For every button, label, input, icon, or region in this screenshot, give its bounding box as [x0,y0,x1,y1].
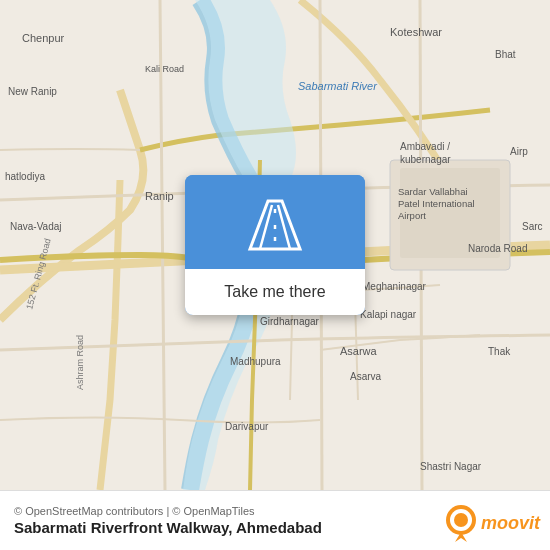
svg-text:New Ranip: New Ranip [8,86,57,97]
svg-text:Kali Road: Kali Road [145,64,184,74]
svg-line-38 [278,205,290,249]
svg-line-37 [260,205,272,249]
svg-text:Airp: Airp [510,146,528,157]
navigation-card: Take me there [185,175,365,315]
road-icon [240,197,310,253]
svg-text:Koteshwar: Koteshwar [390,26,442,38]
svg-text:Darivapur: Darivapur [225,421,269,432]
svg-text:Asarva: Asarva [350,371,382,382]
svg-text:Naroda Road: Naroda Road [468,243,527,254]
svg-text:Chenpur: Chenpur [22,32,65,44]
svg-text:Meghaninagar: Meghaninagar [362,281,427,292]
svg-text:Madhupura: Madhupura [230,356,281,367]
moovit-logo: moovit [445,504,540,542]
svg-text:kubernagar: kubernagar [400,154,451,165]
svg-text:Nava-Vadaj: Nava-Vadaj [10,221,62,232]
svg-text:Ashram Road: Ashram Road [75,335,85,390]
map-container: Chenpur Koteshwar New Ranip Kali Road Sa… [0,0,550,490]
svg-text:Patel International: Patel International [398,198,475,209]
svg-text:Sarc: Sarc [522,221,543,232]
svg-text:Sardar Vallabhai: Sardar Vallabhai [398,186,468,197]
svg-text:Girdharnagar: Girdharnagar [260,316,320,327]
card-icon-area [185,175,365,269]
svg-text:Thak: Thak [488,346,511,357]
svg-point-41 [454,513,468,527]
moovit-pin-icon [445,504,477,542]
svg-text:Ranip: Ranip [145,190,174,202]
svg-text:Sabarmati River: Sabarmati River [298,80,378,92]
take-me-there-button[interactable]: Take me there [185,269,365,315]
svg-text:Shastri Nagar: Shastri Nagar [420,461,482,472]
svg-text:Airport: Airport [398,210,426,221]
svg-text:Asarwa: Asarwa [340,345,378,357]
bottom-bar: © OpenStreetMap contributors | © OpenMap… [0,490,550,550]
svg-text:hatlodiya: hatlodiya [5,171,45,182]
moovit-wordmark: moovit [481,513,540,534]
svg-text:Ambavadi /: Ambavadi / [400,141,450,152]
svg-text:Kalapi nagar: Kalapi nagar [360,309,417,320]
svg-text:Bhat: Bhat [495,49,516,60]
